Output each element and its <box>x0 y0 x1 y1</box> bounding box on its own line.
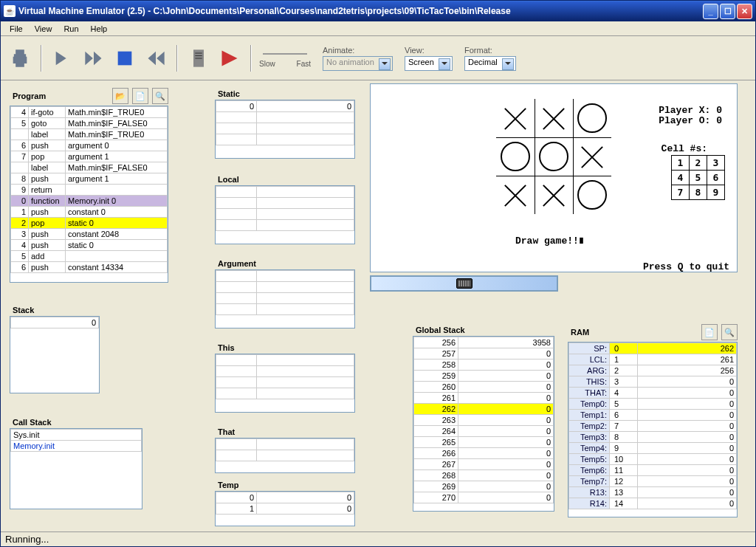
program-panel: Program 📂 📄 🔍 4if-gotoMath.min$IF_TRUE05… <box>10 88 168 283</box>
speed-slider[interactable]: SlowFast <box>259 48 311 68</box>
content-area: Program 📂 📄 🔍 4if-gotoMath.min$IF_TRUE05… <box>1 80 755 531</box>
cell-nums-label: Cell #s: <box>662 143 707 154</box>
animate-dropdown[interactable]: No animation <box>323 56 393 71</box>
toolbar: SlowFast Animate: No animation View: Scr… <box>1 36 755 80</box>
callstack-grid[interactable]: Sys.initMemory.init <box>10 428 142 509</box>
temp-label: Temp <box>215 479 355 491</box>
static-label: Static <box>215 88 355 100</box>
globalstack-panel: Global Stack 256395825702580259026002610… <box>413 324 554 512</box>
java-icon: ☕ <box>4 5 16 17</box>
app-window: ☕ Virtual Machine Emulator (2.5) - C:\Jo… <box>0 0 756 547</box>
window-title: Virtual Machine Emulator (2.5) - C:\John… <box>18 6 703 16</box>
new-program-button[interactable]: 📄 <box>132 88 148 104</box>
this-panel: This <box>215 342 355 413</box>
menubar: File View Run Help <box>1 21 755 36</box>
statusbar: Running... <box>1 531 755 546</box>
temp-grid[interactable]: 0010 <box>215 491 355 526</box>
that-grid[interactable] <box>215 438 355 473</box>
draw-game-text: Draw game!!∎ <box>515 235 585 247</box>
local-label: Local <box>215 173 355 185</box>
argument-panel: Argument <box>215 258 355 328</box>
emulator-screen: Player X: 0 Player O: 0 Cell #s: 1234567… <box>370 83 738 272</box>
player-x-score: Player X: 0 <box>659 105 722 116</box>
program-label: Program <box>10 90 49 102</box>
this-grid[interactable] <box>215 354 355 413</box>
local-panel: Local <box>215 173 355 244</box>
format-dropdown[interactable]: Decimal <box>464 56 516 71</box>
temp-panel: Temp 0010 <box>215 479 355 526</box>
cell-nums-grid: 123456789 <box>671 155 725 200</box>
close-button[interactable]: ✕ <box>737 4 752 19</box>
stack-grid[interactable]: 0 <box>10 316 100 393</box>
keyboard-input[interactable] <box>370 275 558 292</box>
maximize-button[interactable]: ☐ <box>720 4 735 19</box>
globalstack-label: Global Stack <box>413 324 554 336</box>
minimize-button[interactable]: _ <box>703 4 718 19</box>
player-o-score: Player O: 0 <box>659 115 722 126</box>
ram-grid[interactable]: SP:0262LCL:1261ARG:2256THIS:30THAT:40Tem… <box>568 342 738 517</box>
menu-view[interactable]: View <box>29 23 58 35</box>
keyboard-icon <box>456 278 472 289</box>
open-program-button[interactable]: 📂 <box>112 88 128 104</box>
argument-label: Argument <box>215 258 355 269</box>
static-panel: Static 00 <box>215 88 355 159</box>
local-grid[interactable] <box>215 185 355 244</box>
menu-file[interactable]: File <box>4 23 29 35</box>
menu-run[interactable]: Run <box>58 23 84 35</box>
callstack-panel: Call Stack Sys.initMemory.init <box>10 416 142 509</box>
svg-rect-0 <box>118 51 132 65</box>
that-label: That <box>215 426 355 438</box>
find-program-button[interactable]: 🔍 <box>152 88 168 104</box>
ram-label: RAM <box>568 326 592 338</box>
breakpoint-button[interactable] <box>216 45 243 72</box>
stop-button[interactable] <box>111 45 138 72</box>
print-button[interactable] <box>7 45 33 72</box>
that-panel: That <box>215 426 355 473</box>
titlebar: ☕ Virtual Machine Emulator (2.5) - C:\Jo… <box>1 1 755 21</box>
press-q-text: Press Q to quit <box>643 261 729 272</box>
globalstack-grid[interactable]: 2563958257025802590260026102620263026402… <box>413 336 554 512</box>
static-grid[interactable]: 00 <box>215 100 355 159</box>
format-label: Format: <box>464 46 516 55</box>
view-dropdown[interactable]: Screen <box>405 56 453 71</box>
step-button[interactable] <box>49 45 76 72</box>
animate-label: Animate: <box>323 46 393 55</box>
rewind-button[interactable] <box>142 45 169 72</box>
status-text: Running... <box>5 534 49 545</box>
argument-grid[interactable] <box>215 269 355 328</box>
menu-help[interactable]: Help <box>85 23 114 35</box>
ram-panel: RAM 📄 🔍 SP:0262LCL:1261ARG:2256THIS:30TH… <box>568 324 738 517</box>
stack-label: Stack <box>10 304 100 316</box>
view-label: View: <box>405 46 453 55</box>
callstack-label: Call Stack <box>10 416 142 428</box>
open-ram-button[interactable]: 📄 <box>701 324 718 340</box>
stack-panel: Stack 0 <box>10 304 100 393</box>
this-label: This <box>215 342 355 354</box>
find-ram-button[interactable]: 🔍 <box>721 324 738 340</box>
run-button[interactable] <box>80 45 107 72</box>
program-grid[interactable]: 4if-gotoMath.min$IF_TRUE05gotoMath.min$I… <box>10 106 168 283</box>
script-button[interactable] <box>185 45 212 72</box>
